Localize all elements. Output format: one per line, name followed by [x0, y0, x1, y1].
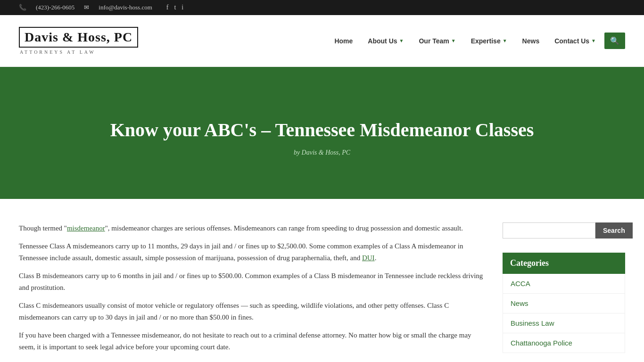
- nav-expertise[interactable]: Expertise ▼: [464, 33, 514, 49]
- main-nav: Home About Us ▼ Our Team ▼ Expertise ▼ N…: [328, 33, 625, 49]
- paragraph-4: Class C misdemeanors usually consist of …: [19, 300, 484, 324]
- search-button[interactable]: Search: [595, 222, 633, 239]
- misdemeanor-link[interactable]: misdemeanor: [67, 224, 105, 232]
- main-content: Though termed "misdemeanor", misdemeanor…: [0, 199, 644, 362]
- hero-author: by Davis & Hoss, PC: [294, 149, 350, 156]
- nav-news[interactable]: News: [516, 33, 546, 49]
- expertise-arrow: ▼: [503, 38, 507, 43]
- category-item-2[interactable]: Business Law: [503, 313, 625, 333]
- article-content: Though termed "misdemeanor", misdemeanor…: [19, 222, 484, 359]
- dui-link[interactable]: DUI: [362, 254, 375, 262]
- category-item-0[interactable]: ACCA: [503, 274, 625, 294]
- nav-contact-us[interactable]: Contact Us ▼: [548, 33, 603, 49]
- twitter-icon[interactable]: t: [174, 4, 176, 11]
- nav-our-team[interactable]: Our Team ▼: [412, 33, 462, 49]
- nav-home[interactable]: Home: [328, 33, 359, 49]
- categories-header: Categories: [503, 253, 625, 274]
- nav-search-button[interactable]: 🔍: [604, 33, 625, 49]
- our-team-arrow: ▼: [451, 38, 456, 43]
- hero-title: Know your ABC's – Tennessee Misdemeanor …: [110, 119, 534, 141]
- logo-area: Davis & Hoss, PC ATTORNEYS AT LAW: [19, 27, 138, 55]
- category-item-3[interactable]: Chattanooga Police: [503, 333, 625, 353]
- paragraph-1: Though termed "misdemeanor", misdemeanor…: [19, 222, 484, 235]
- email-icon: ✉: [84, 4, 89, 11]
- paragraph-2: Tennessee Class A misdemeanors carry up …: [19, 240, 484, 264]
- email-link[interactable]: info@davis-hoss.com: [99, 4, 152, 11]
- search-input[interactable]: [503, 222, 595, 239]
- facebook-icon[interactable]: f: [166, 4, 169, 11]
- header: Davis & Hoss, PC ATTORNEYS AT LAW Home A…: [0, 15, 644, 67]
- hero-section: Know your ABC's – Tennessee Misdemeanor …: [0, 67, 644, 199]
- about-us-arrow: ▼: [399, 38, 404, 43]
- nav-about-us[interactable]: About Us ▼: [361, 33, 410, 49]
- phone-icon: 📞: [19, 4, 26, 11]
- categories-list: ACCANewsBusiness LawChattanooga Police: [503, 274, 625, 353]
- logo-subtitle: ATTORNEYS AT LAW: [19, 49, 96, 55]
- phone-number[interactable]: (423)-266-0605: [36, 4, 74, 11]
- instagram-icon[interactable]: i: [182, 4, 183, 11]
- paragraph-5: If you have been charged with a Tennesse…: [19, 329, 484, 354]
- sidebar: Search Categories ACCANewsBusiness LawCh…: [503, 222, 625, 359]
- paragraph-3: Class B misdemeanors carry up to 6 month…: [19, 270, 484, 294]
- social-icons: f t i: [166, 4, 183, 11]
- sidebar-search-box: Search: [503, 222, 625, 239]
- category-item-1[interactable]: News: [503, 294, 625, 313]
- top-bar: 📞 (423)-266-0605 ✉ info@davis-hoss.com f…: [0, 0, 644, 15]
- contact-us-arrow: ▼: [591, 38, 596, 43]
- logo-name[interactable]: Davis & Hoss, PC: [19, 27, 138, 48]
